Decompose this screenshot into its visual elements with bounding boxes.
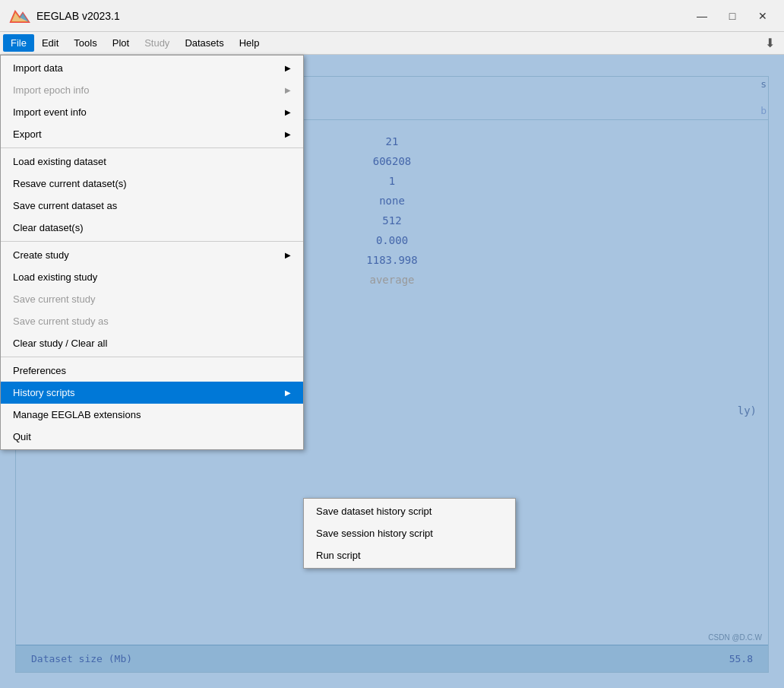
history-scripts-submenu-container: Save dataset history script Save session… [303, 55, 516, 569]
menu-import-event-info[interactable]: Import event info ▶ [1, 101, 303, 123]
menu-help[interactable]: Help [232, 34, 267, 52]
menu-file[interactable]: File [3, 34, 34, 52]
title-bar: EEGLAB v2023.1 — □ ✕ [0, 0, 784, 32]
menu-plot[interactable]: Plot [105, 34, 137, 52]
menu-resave-current-datasets[interactable]: Resave current dataset(s) [1, 173, 303, 195]
file-dropdown: Import data ▶ Import epoch info ▶ Import… [0, 55, 304, 450]
menu-datasets[interactable]: Datasets [177, 34, 231, 52]
separator-3 [1, 357, 303, 357]
submenu-save-session-history[interactable]: Save session history script [304, 522, 515, 544]
maximize-button[interactable]: □ [720, 5, 744, 27]
submenu-save-dataset-history[interactable]: Save dataset history script [304, 500, 515, 522]
matlab-icon-corner: ⬇ [765, 36, 781, 50]
arrow-icon: ▶ [285, 388, 291, 397]
menu-load-existing-study[interactable]: Load existing study [1, 266, 303, 288]
menu-clear-datasets[interactable]: Clear dataset(s) [1, 217, 303, 239]
window-controls: — □ ✕ [690, 5, 775, 27]
corner-s: s [759, 77, 768, 91]
bottom-data-row: Dataset size (Mb) 55.8 [16, 645, 768, 672]
separator-1 [1, 147, 303, 148]
matlab-logo [9, 5, 30, 27]
menu-save-current-study-as: Save current study as [1, 310, 303, 332]
menu-clear-study[interactable]: Clear study / Clear all [1, 332, 303, 354]
arrow-icon: ▶ [285, 86, 291, 94]
window-title: EEGLAB v2023.1 [36, 10, 690, 22]
history-scripts-submenu: Save dataset history script Save session… [303, 498, 516, 569]
arrow-icon: ▶ [285, 251, 291, 259]
menu-quit[interactable]: Quit [1, 426, 303, 448]
menu-save-current-study: Save current study [1, 288, 303, 310]
separator-2 [1, 241, 303, 242]
submenu-run-script[interactable]: Run script [304, 544, 515, 566]
menu-bar: File Edit Tools Plot Study Datasets Help… [0, 32, 784, 55]
menu-create-study[interactable]: Create study ▶ [1, 244, 303, 266]
menu-export[interactable]: Export ▶ [1, 123, 303, 145]
file-dropdown-menu: Import data ▶ Import epoch info ▶ Import… [0, 55, 304, 450]
arrow-icon: ▶ [285, 64, 291, 72]
menu-preferences[interactable]: Preferences [1, 360, 303, 382]
menu-import-data[interactable]: Import data ▶ [1, 57, 303, 79]
partial-text: ly) [738, 404, 757, 417]
menu-edit[interactable]: Edit [34, 34, 66, 52]
menu-study: Study [137, 34, 177, 52]
arrow-icon: ▶ [285, 108, 291, 116]
menu-save-current-dataset-as[interactable]: Save current dataset as [1, 195, 303, 217]
corner-b: b [759, 103, 768, 118]
menu-import-epoch-info: Import epoch info ▶ [1, 79, 303, 101]
menu-history-scripts[interactable]: History scripts ▶ [1, 382, 303, 404]
menu-load-existing-dataset[interactable]: Load existing dataset [1, 151, 303, 173]
watermark: CSDN @D.C.W [708, 633, 762, 642]
arrow-icon: ▶ [285, 130, 291, 138]
minimize-button[interactable]: — [690, 5, 714, 27]
menu-tools[interactable]: Tools [66, 34, 104, 52]
close-button[interactable]: ✕ [751, 5, 775, 27]
menu-manage-extensions[interactable]: Manage EEGLAB extensions [1, 404, 303, 426]
